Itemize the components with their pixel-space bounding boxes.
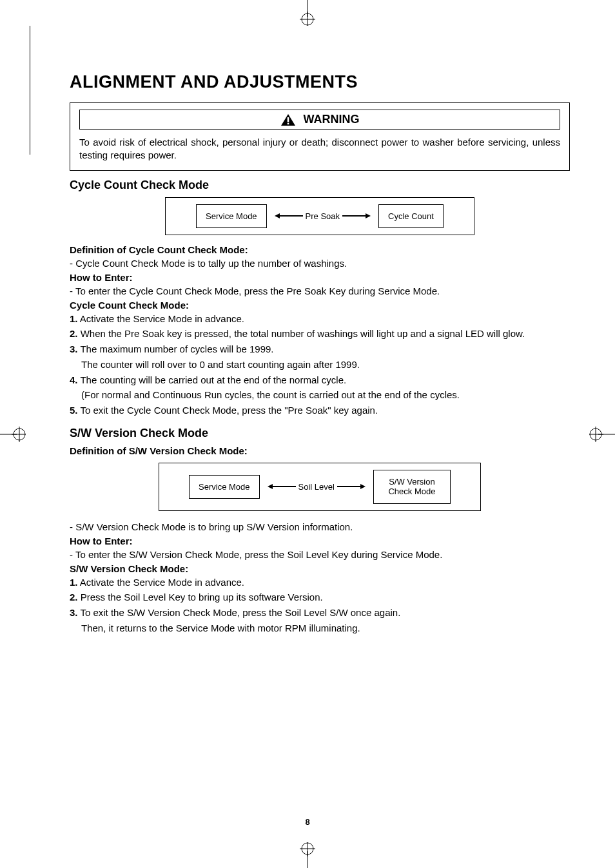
- page-number: 8: [305, 817, 309, 827]
- svg-marker-25: [360, 484, 366, 489]
- diagram-arrow-group: Pre Soak: [275, 211, 371, 221]
- step-2-2: 2. Press the Soil Level Key to bring up …: [70, 590, 570, 604]
- def-text-2: - S/W Version Check Mode is to bring up …: [70, 520, 570, 534]
- guide-line: [30, 26, 30, 155]
- svg-marker-23: [268, 484, 273, 489]
- svg-rect-17: [287, 122, 289, 124]
- def-heading-1: Definition of Cycle Count Check Mode:: [70, 244, 570, 255]
- page-content: ALIGNMENT AND ADJUSTMENTS WARNING To avo…: [70, 72, 570, 637]
- warning-icon: [280, 113, 296, 126]
- section1-heading: Cycle Count Check Mode: [70, 178, 570, 192]
- step-2-3-cont: Then, it returns to the Service Mode wit…: [70, 621, 570, 635]
- diagram-cycle-count: Service Mode Pre Soak Cycle Count: [165, 197, 474, 236]
- enter-text-2: - To enter the S/W Version Check Mode, p…: [70, 548, 570, 562]
- diagram-box-sw-version: S/W Version Check Mode: [373, 470, 451, 504]
- diagram-sw-version: Service Mode Soil Level S/W Version Chec…: [159, 463, 481, 511]
- arrow-left-icon: [275, 213, 303, 219]
- step-1-2: 2. When the Pre Soak key is pressed, the…: [70, 327, 570, 341]
- enter-text-1: - To enter the Cycle Count Check Mode, p…: [70, 284, 570, 298]
- steps-heading-1: Cycle Count Check Mode:: [70, 300, 570, 311]
- arrow-right-icon: [342, 213, 371, 219]
- step-1-1: 1. Activate the Service Mode in advance.: [70, 312, 570, 326]
- crop-mark-bottom: [288, 842, 327, 868]
- crop-mark-right: [589, 415, 615, 454]
- warning-panel: WARNING To avoid risk of electrical shoc…: [70, 102, 570, 171]
- diagram-middle-label-2: Soil Level: [298, 482, 335, 492]
- step-1-3-cont: The counter will roll over to 0 and star…: [70, 358, 570, 372]
- diagram-arrow-group-2: Soil Level: [268, 482, 366, 492]
- steps-heading-2: S/W Version Check Mode:: [70, 563, 570, 574]
- crop-mark-top: [288, 0, 327, 26]
- step-2-3: 3. To exit the S/W Version Check Mode, p…: [70, 606, 570, 620]
- enter-heading-2: How to Enter:: [70, 535, 570, 546]
- step-1-5: 5. To exit the Cycle Count Check Mode, p…: [70, 403, 570, 418]
- arrow-right-icon: [337, 483, 366, 490]
- step-1-4: 4. The counting will be carried out at t…: [70, 373, 570, 387]
- crop-mark-left: [0, 415, 26, 454]
- diagram-box-cycle-count: Cycle Count: [378, 204, 444, 229]
- step-1-4-cont: (For normal and Continuous Run cycles, t…: [70, 388, 570, 402]
- svg-rect-16: [287, 117, 289, 122]
- enter-heading-1: How to Enter:: [70, 272, 570, 283]
- section2-heading: S/W Version Check Mode: [70, 427, 570, 440]
- arrow-left-icon: [268, 483, 296, 490]
- warning-header: WARNING: [79, 110, 560, 130]
- diagram-box-service-mode: Service Mode: [196, 204, 266, 229]
- def-heading-2: Definition of S/W Version Check Mode:: [70, 445, 570, 456]
- svg-marker-19: [275, 213, 280, 218]
- step-1-3: 3. The maximum number of cycles will be …: [70, 342, 570, 356]
- step-2-1: 1. Activate the Service Mode in advance.: [70, 575, 570, 590]
- warning-text: To avoid risk of electrical shock, perso…: [79, 136, 560, 162]
- diagram-middle-label: Pre Soak: [306, 211, 340, 221]
- svg-marker-21: [366, 213, 371, 218]
- def-text-1: - Cycle Count Check Mode is to tally up …: [70, 256, 570, 271]
- page-title: ALIGNMENT AND ADJUSTMENTS: [70, 72, 570, 92]
- diagram-box-service-mode-2: Service Mode: [189, 475, 259, 499]
- warning-label: WARNING: [304, 113, 360, 126]
